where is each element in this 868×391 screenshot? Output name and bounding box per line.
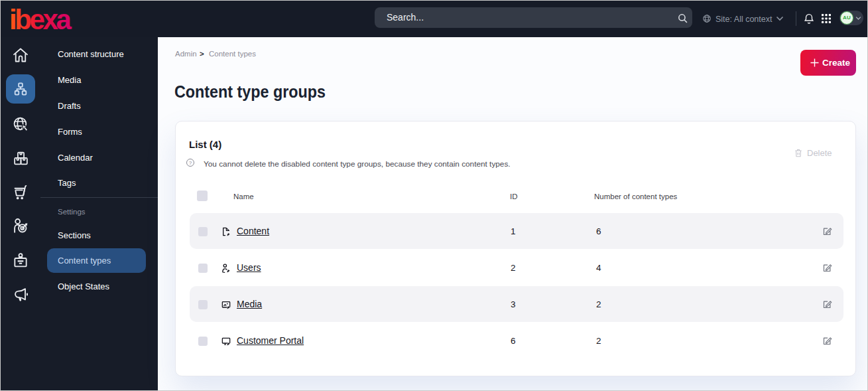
svg-text:ibexa: ibexa xyxy=(9,4,72,34)
